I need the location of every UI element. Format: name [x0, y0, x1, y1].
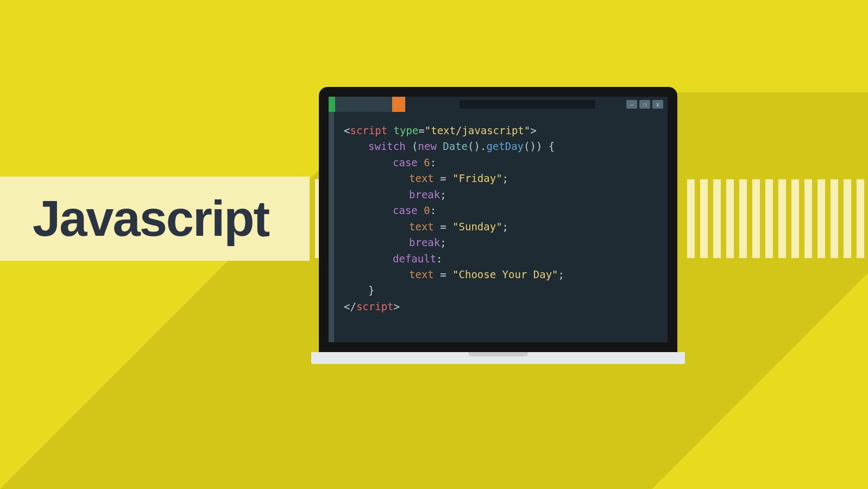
bar — [700, 179, 708, 258]
code-token: ; — [502, 172, 508, 184]
code-token: ()) { — [524, 140, 555, 152]
code-token: : — [430, 156, 436, 168]
code-token: text — [409, 221, 434, 233]
code-token: = — [434, 221, 452, 233]
code-token: 0 — [424, 204, 430, 216]
code-token: script — [356, 300, 394, 312]
code-token: = — [434, 268, 452, 280]
editor-tab[interactable] — [335, 97, 392, 112]
window-controls: — ❐ x — [626, 100, 663, 109]
title-band: Javascript — [0, 177, 310, 261]
bar — [739, 179, 747, 258]
laptop-base — [311, 352, 685, 364]
code-token: getDay — [486, 140, 524, 152]
decorative-bars-right — [687, 179, 864, 258]
code-token: type — [394, 124, 419, 136]
bar — [831, 179, 838, 258]
tab-indicator — [329, 97, 335, 112]
close-button[interactable]: x — [652, 100, 663, 109]
bar — [778, 179, 786, 258]
laptop: — ❐ x <script type="text/javascript"> sw… — [311, 87, 685, 364]
code-token: "text/javascript" — [425, 124, 530, 136]
editor-topbar: — ❐ x — [329, 97, 668, 112]
code-token: : — [436, 253, 442, 265]
bar — [804, 179, 812, 258]
code-token: Date — [443, 140, 468, 152]
maximize-button[interactable]: ❐ — [639, 100, 650, 109]
page-title: Javascript — [33, 190, 269, 247]
code-token: break — [409, 189, 440, 200]
bar — [817, 179, 825, 258]
code-token: ; — [440, 236, 446, 248]
code-token: switch — [368, 140, 406, 152]
tab-modified-indicator — [392, 97, 405, 112]
bar — [752, 179, 760, 258]
bar — [844, 179, 851, 258]
code-token: ( — [406, 140, 418, 152]
bar — [726, 179, 734, 258]
code-token: < — [344, 124, 350, 136]
code-token: script — [350, 124, 387, 136]
code-token: } — [368, 284, 374, 296]
laptop-screen-frame: — ❐ x <script type="text/javascript"> sw… — [319, 87, 677, 352]
code-token: text — [409, 268, 434, 280]
code-token: (). — [468, 140, 486, 152]
code-token: default — [393, 253, 436, 265]
code-token: > — [394, 300, 400, 312]
editor-gutter — [329, 112, 334, 342]
minimize-button[interactable]: — — [626, 100, 637, 109]
editor-body: <script type="text/javascript"> switch (… — [329, 112, 668, 342]
bar — [791, 179, 799, 258]
editor-tabs — [329, 97, 405, 112]
code-token: : — [430, 204, 436, 216]
address-bar[interactable] — [460, 100, 595, 109]
code-token: break — [409, 236, 440, 248]
code-token: > — [530, 124, 536, 136]
code-token: case — [393, 204, 424, 216]
code-content: <script type="text/javascript"> switch (… — [334, 112, 668, 342]
bar — [857, 179, 864, 258]
code-token — [387, 124, 393, 136]
code-token: case — [393, 156, 424, 168]
bar — [765, 179, 773, 258]
code-token: new — [418, 140, 443, 152]
code-token: "Sunday" — [452, 221, 502, 233]
code-token: </ — [344, 300, 356, 312]
code-token: ; — [440, 189, 446, 200]
code-token: 6 — [424, 156, 430, 168]
code-editor: — ❐ x <script type="text/javascript"> sw… — [329, 97, 668, 342]
bar — [687, 179, 695, 258]
code-token: = — [418, 124, 424, 136]
code-token: ; — [558, 268, 564, 280]
code-token: "Friday" — [452, 172, 502, 184]
code-token: = — [434, 172, 452, 184]
code-token: text — [409, 172, 434, 184]
code-token: ; — [502, 221, 508, 233]
code-token: "Choose Your Day" — [452, 268, 558, 280]
bar — [713, 179, 721, 258]
